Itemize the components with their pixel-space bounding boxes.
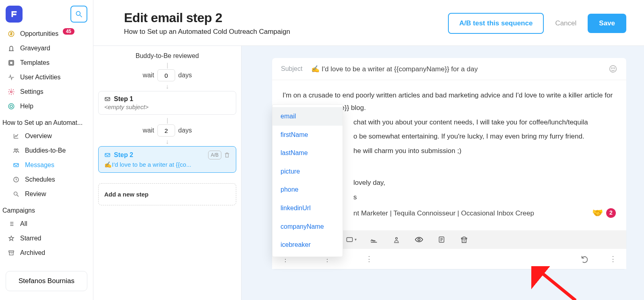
cancel-button[interactable]: Cancel: [555, 19, 576, 27]
template-icon[interactable]: [436, 234, 447, 245]
svg-point-27: [418, 238, 420, 241]
reviewed-label: Buddy-to-Be reviewed: [136, 52, 199, 60]
ab-chip[interactable]: A/B: [208, 151, 221, 159]
svg-line-1: [80, 15, 82, 17]
campaign-buddies[interactable]: Buddies-to-Be: [0, 143, 93, 158]
trash-icon[interactable]: [224, 152, 230, 158]
wait-input-1[interactable]: [157, 69, 175, 81]
var-option-icebreaker[interactable]: icebreaker: [272, 236, 343, 254]
campaign-review[interactable]: Review: [0, 187, 93, 201]
campaign-messages[interactable]: Messages: [0, 158, 93, 172]
step-card-1[interactable]: Step 1 <empty subject>: [98, 91, 236, 115]
page-header: Edit email step 2 How to Set up an Autom…: [93, 0, 644, 46]
svg-rect-14: [9, 251, 14, 252]
nav-label: Settings: [20, 88, 43, 95]
var-option-firstname[interactable]: firstName: [272, 126, 343, 144]
svg-point-18: [611, 68, 612, 68]
people-icon: [12, 147, 20, 155]
ab-test-button[interactable]: A/B test this sequence: [448, 13, 544, 34]
step-card-2[interactable]: Step 2 A/B ✍️I'd love to be a writer at …: [98, 146, 236, 173]
nav-label: Overview: [25, 132, 52, 140]
mail-icon: [12, 161, 20, 169]
attachment-count-badge: 2: [606, 208, 616, 218]
nav-graveyard[interactable]: Graveyard: [0, 41, 93, 56]
add-step-button[interactable]: Add a new step: [98, 183, 236, 205]
var-option-companyname[interactable]: companyName: [272, 217, 343, 236]
more-icon[interactable]: ⋮: [365, 254, 373, 263]
user-menu-button[interactable]: Stefanos Bournias: [6, 271, 87, 291]
wait-row-1: wait days: [142, 69, 192, 81]
annotation-arrow: [531, 266, 580, 300]
step1-subject: <empty subject>: [104, 103, 230, 110]
step2-title: Step 2: [114, 151, 133, 159]
subject-input[interactable]: ✍️ I'd love to be a writer at {{companyN…: [311, 65, 600, 73]
campaigns-starred[interactable]: Starred: [0, 231, 93, 246]
subject-row: Subject ✍️ I'd love to be a writer at {{…: [272, 58, 626, 80]
search-icon: [12, 190, 20, 198]
emoji-icon[interactable]: [609, 64, 617, 73]
help-icon: [7, 102, 15, 110]
page-title: Edit email step 2: [124, 10, 290, 25]
var-option-lastname[interactable]: lastName: [272, 144, 343, 162]
nav-templates[interactable]: Templates: [0, 56, 93, 70]
nav-settings[interactable]: Settings: [0, 85, 93, 99]
svg-rect-16: [105, 153, 110, 157]
star-icon: [7, 234, 15, 242]
page-subtitle: How to Set up an Automated Cold Outreach…: [124, 28, 290, 36]
undo-icon[interactable]: [580, 254, 589, 263]
graveyard-icon: [7, 44, 15, 52]
save-button[interactable]: Save: [588, 14, 626, 33]
main: Edit email step 2 How to Set up an Autom…: [93, 0, 644, 300]
nav-label: Review: [25, 190, 46, 198]
var-option-phone[interactable]: phone: [272, 180, 343, 199]
calendar-link-icon[interactable]: [391, 234, 402, 245]
svg-point-12: [14, 192, 17, 195]
nav-label: All: [20, 220, 27, 228]
nav-label: Graveyard: [20, 45, 50, 52]
sidebar: Opportunities 45 Graveyard Templates Use…: [0, 0, 93, 300]
svg-rect-25: [347, 238, 352, 242]
var-option-email[interactable]: email: [272, 107, 343, 126]
svg-point-6: [8, 103, 14, 109]
campaigns-archived[interactable]: Archived: [0, 246, 93, 260]
nav-user-activities[interactable]: User Activities: [0, 70, 93, 85]
nav-label: User Activities: [20, 74, 60, 81]
campaigns-all[interactable]: All: [0, 217, 93, 231]
nav-opportunities[interactable]: Opportunities 45: [0, 27, 93, 41]
handshake-icon: 🤝: [592, 205, 603, 221]
campaign-overview[interactable]: Overview: [0, 129, 93, 143]
wait-input-2[interactable]: [157, 124, 175, 137]
editor-card: Subject ✍️ I'd love to be a writer at {{…: [272, 58, 626, 269]
mail-icon: [104, 152, 111, 158]
var-option-picture[interactable]: picture: [272, 162, 343, 181]
more-icon[interactable]: ⋮: [609, 254, 617, 263]
activity-icon: [7, 73, 15, 81]
email-body[interactable]: I'm on a crusade to end poorly written a…: [272, 80, 626, 230]
unsubscribe-icon[interactable]: [459, 234, 469, 245]
signature-icon[interactable]: [369, 234, 379, 245]
wait-row-2: wait days: [142, 124, 192, 137]
nav-help[interactable]: Help: [0, 99, 93, 114]
app-logo[interactable]: [6, 6, 23, 23]
svg-point-8: [14, 149, 16, 150]
layout-icon[interactable]: [346, 234, 357, 245]
global-search-button[interactable]: [70, 6, 87, 23]
campaign-section-title: How to Set up an Automat...: [0, 114, 93, 129]
campaign-schedules[interactable]: Schedules: [0, 172, 93, 187]
nav-label: Archived: [20, 249, 45, 257]
svg-rect-4: [10, 61, 13, 64]
nav-label: Messages: [25, 161, 54, 169]
step1-title: Step 1: [114, 95, 133, 103]
svg-line-29: [539, 270, 576, 300]
nav-label: Buddies-to-Be: [25, 147, 66, 154]
preview-icon[interactable]: [414, 234, 424, 245]
nav-label: Opportunities: [20, 30, 58, 37]
nav-label: Schedules: [25, 176, 55, 183]
svg-rect-15: [105, 97, 110, 101]
chart-icon: [12, 132, 20, 140]
variable-dropdown[interactable]: email firstName lastName picture phone l…: [272, 104, 343, 257]
svg-point-26: [396, 238, 398, 240]
var-option-linkedinurl[interactable]: linkedinUrl: [272, 199, 343, 217]
svg-point-0: [76, 11, 80, 15]
nav-label: Help: [20, 103, 33, 110]
